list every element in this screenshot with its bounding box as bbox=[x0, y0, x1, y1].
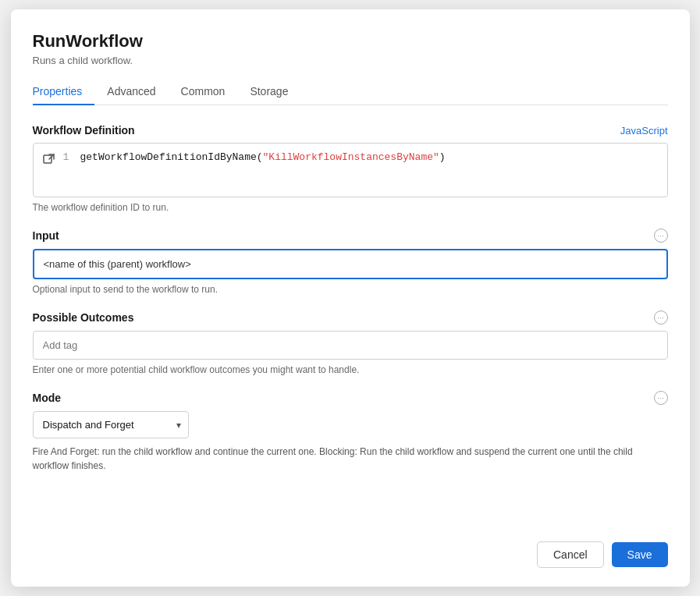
line-number: 1 bbox=[63, 151, 73, 163]
tab-storage[interactable]: Storage bbox=[237, 79, 300, 105]
javascript-link[interactable]: JavaScript bbox=[620, 125, 668, 137]
tab-advanced[interactable]: Advanced bbox=[94, 79, 168, 105]
cancel-button[interactable]: Cancel bbox=[537, 541, 604, 568]
mode-section: Mode ··· Dispatch and Forget Blocking ▾ … bbox=[33, 391, 668, 473]
mode-select-wrapper: Dispatch and Forget Blocking ▾ bbox=[33, 411, 189, 438]
mode-description: Fire And Forget: run the child workflow … bbox=[33, 445, 668, 473]
dialog-subtitle: Runs a child workflow. bbox=[33, 55, 668, 66]
tab-bar: Properties Advanced Common Storage bbox=[33, 79, 668, 105]
input-section: Input ··· Optional input to send to the … bbox=[33, 229, 668, 295]
save-button[interactable]: Save bbox=[612, 542, 668, 567]
run-workflow-dialog: RunWorkflow Runs a child workflow. Prope… bbox=[11, 9, 690, 587]
svg-rect-0 bbox=[44, 155, 52, 163]
external-link-icon bbox=[43, 153, 55, 165]
mode-select[interactable]: Dispatch and Forget Blocking bbox=[33, 411, 189, 438]
workflow-definition-label: Workflow Definition bbox=[33, 124, 135, 137]
possible-outcomes-section: Possible Outcomes ··· Enter one or more … bbox=[33, 310, 668, 375]
mode-info-icon[interactable]: ··· bbox=[654, 391, 668, 405]
possible-outcomes-label: Possible Outcomes bbox=[33, 311, 134, 324]
input-label: Input bbox=[33, 229, 59, 242]
workflow-definition-header: Workflow Definition JavaScript bbox=[33, 124, 668, 137]
dialog-footer: Cancel Save bbox=[33, 529, 668, 568]
mode-label: Mode bbox=[33, 392, 62, 404]
input-header: Input ··· bbox=[33, 229, 668, 243]
input-field[interactable] bbox=[33, 249, 668, 279]
code-close: ) bbox=[439, 151, 446, 163]
tab-common[interactable]: Common bbox=[169, 79, 238, 105]
tab-properties[interactable]: Properties bbox=[33, 79, 95, 105]
input-hint: Optional input to send to the workflow t… bbox=[33, 284, 668, 295]
input-info-icon[interactable]: ··· bbox=[654, 229, 668, 243]
possible-outcomes-info-icon[interactable]: ··· bbox=[654, 310, 668, 325]
possible-outcomes-hint: Enter one or more potential child workfl… bbox=[33, 364, 668, 375]
code-fn: getWorkflowDefinitionIdByName( bbox=[80, 151, 263, 163]
workflow-definition-hint: The workflow definition ID to run. bbox=[33, 202, 668, 213]
dialog-title: RunWorkflow bbox=[33, 31, 668, 51]
code-string: "KillWorkflowInstancesByName" bbox=[263, 151, 439, 163]
mode-header: Mode ··· bbox=[33, 391, 668, 405]
code-content: getWorkflowDefinitionIdByName("KillWorkf… bbox=[80, 151, 446, 163]
possible-outcomes-header: Possible Outcomes ··· bbox=[33, 310, 668, 325]
workflow-definition-section: Workflow Definition JavaScript 1 getWork… bbox=[33, 124, 668, 213]
code-editor[interactable]: 1 getWorkflowDefinitionIdByName("KillWor… bbox=[33, 143, 668, 197]
tag-input[interactable] bbox=[33, 331, 668, 360]
